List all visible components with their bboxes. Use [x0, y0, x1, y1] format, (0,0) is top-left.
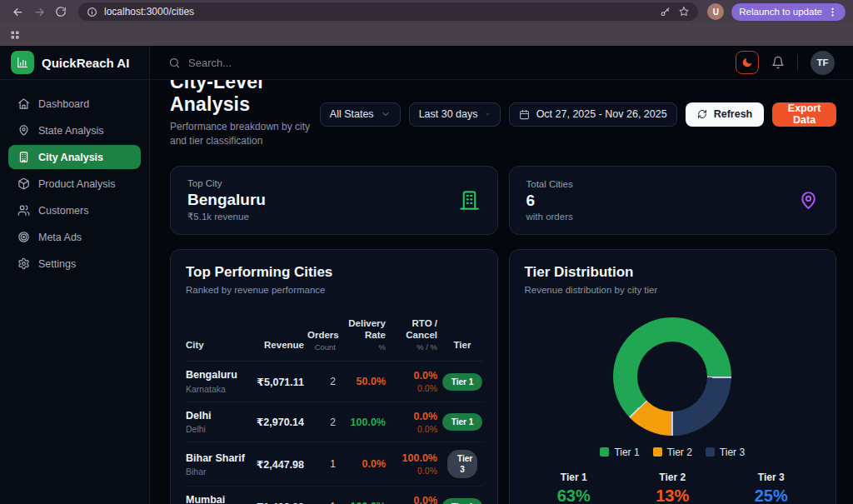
sidebar-item-dashboard[interactable]: Dashboard	[8, 92, 141, 116]
settings-icon	[17, 257, 30, 270]
tier-badge: Tier 1	[442, 413, 483, 431]
cancel-cell: 0.0%	[389, 466, 437, 476]
bookmarks-bar	[0, 23, 853, 46]
column-header: City	[186, 339, 247, 352]
url-text: localhost:3000/cities	[104, 6, 194, 17]
tier-stat: Tier 3 25% ₹3,919.43	[722, 472, 821, 504]
browser-toolbar: localhost:3000/cities U Relaunch to upda…	[0, 0, 853, 23]
legend-item: Tier 1	[600, 447, 639, 458]
table-body: Bengaluru Karnataka ₹5,071.11 2 50.0% 0.…	[186, 362, 482, 504]
refresh-icon	[697, 109, 707, 119]
page-title: City-Level Analysis	[170, 80, 320, 116]
orders-cell: 1	[307, 458, 336, 470]
search-input[interactable]	[188, 57, 330, 69]
chevron-down-icon	[381, 109, 391, 119]
column-header: Delivery Rate %	[339, 317, 386, 353]
panel-title: Tier Distribution	[525, 264, 821, 281]
notifications-bell-icon[interactable]	[771, 56, 785, 69]
revenue-cell: ₹2,447.98	[251, 458, 304, 471]
delivery-rate-cell: 100.0%	[339, 417, 386, 428]
date-picker-button[interactable]: Oct 27, 2025 - Nov 26, 2025	[509, 102, 677, 127]
meta-icon	[17, 231, 30, 243]
tier-badge: Tier 1	[442, 498, 483, 504]
total-cities-value: 6	[526, 192, 573, 210]
calendar-icon	[519, 109, 530, 120]
password-key-icon[interactable]	[660, 6, 671, 17]
card-sub: with orders	[526, 212, 573, 222]
revenue-cell: ₹5,071.11	[251, 376, 304, 388]
column-header: RTO / Cancel % / %	[389, 317, 437, 353]
city-state: Delhi	[186, 424, 247, 434]
sidebar-item-customers[interactable]: Customers	[8, 198, 141, 222]
sidebar-item-label: State Analysis	[38, 125, 104, 137]
state-icon	[17, 124, 30, 137]
sidebar: QuickReach AI Dashboard State Analysis C…	[0, 46, 150, 504]
browser-profile-avatar[interactable]: U	[707, 3, 724, 20]
chart-legend: Tier 1 Tier 2 Tier 3	[525, 447, 821, 458]
quickreach-logo-icon	[11, 51, 34, 74]
browser-forward-button[interactable]	[29, 2, 49, 21]
home-icon	[17, 97, 30, 110]
brand: QuickReach AI	[0, 46, 149, 80]
city-state: Karnataka	[186, 384, 247, 394]
browser-reload-button[interactable]	[51, 2, 71, 21]
top-city-value: Bengaluru	[187, 191, 266, 209]
site-info-icon[interactable]	[87, 7, 97, 17]
global-search[interactable]	[168, 57, 330, 69]
cancel-cell: 0.0%	[389, 383, 437, 393]
refresh-button[interactable]: Refresh	[686, 102, 765, 127]
table-row: Mumbai Maharashtra ₹1,482.29 1 100.0% 0.…	[186, 487, 482, 504]
browser-menu-dots-icon[interactable]	[827, 7, 838, 17]
column-header: Tier	[441, 339, 484, 352]
product-icon	[17, 177, 30, 190]
orders-cell: 1	[307, 501, 336, 504]
top-performing-cities-panel: Top Performing Cities Ranked by revenue …	[170, 249, 498, 504]
panel-subtitle: Revenue distribution by city tier	[525, 285, 821, 295]
relaunch-to-update-button[interactable]: Relaunch to update	[731, 3, 846, 21]
rto-cell: 0.0%	[389, 495, 437, 504]
legend-item: Tier 3	[706, 447, 745, 458]
orders-cell: 2	[307, 376, 336, 387]
delivery-rate-cell: 0.0%	[339, 458, 386, 470]
tier-badge: Tier 3	[447, 450, 477, 478]
date-range-select[interactable]: Last 30 days	[409, 102, 501, 127]
filter-bar: All States Last 30 days Oct 27, 2025 - N…	[320, 81, 836, 148]
browser-back-button[interactable]	[7, 2, 27, 21]
city-state: Bihar	[186, 467, 247, 477]
card-sub: ₹5.1k revenue	[187, 211, 266, 222]
table-row: Bengaluru Karnataka ₹5,071.11 2 50.0% 0.…	[186, 362, 482, 402]
export-data-button[interactable]: Export Data	[772, 102, 836, 127]
top-city-card: Top City Bengaluru ₹5.1k revenue	[170, 166, 498, 235]
sidebar-item-state-analysis[interactable]: State Analysis	[8, 118, 141, 142]
tier-donut-chart	[613, 317, 731, 436]
panel-title: Top Performing Cities	[186, 264, 482, 281]
customers-icon	[17, 204, 30, 217]
sidebar-item-meta-ads[interactable]: Meta Ads	[8, 225, 141, 249]
revenue-cell: ₹2,970.14	[251, 416, 304, 428]
theme-toggle-button[interactable]	[736, 51, 759, 74]
state-filter-select[interactable]: All States	[320, 102, 401, 127]
sidebar-item-label: Dashboard	[38, 98, 89, 110]
card-label: Total Cities	[526, 179, 573, 189]
tab-groups-grid-icon[interactable]	[10, 30, 20, 40]
table-row: Delhi Delhi ₹2,970.14 2 100.0% 0.0% 0.0%…	[186, 402, 482, 443]
bookmark-star-icon[interactable]	[678, 6, 690, 17]
sidebar-item-label: City Analysis	[38, 152, 103, 163]
sidebar-item-product-analysis[interactable]: Product Analysis	[8, 172, 141, 196]
table-header: City Revenue Orders Count Delivery Rate …	[186, 317, 482, 362]
brand-name: QuickReach AI	[42, 56, 129, 70]
sidebar-item-city-analysis[interactable]: City Analysis	[8, 145, 141, 169]
page-content: City-Level Analysis Performance breakdow…	[150, 80, 853, 504]
address-bar[interactable]: localhost:3000/cities	[78, 2, 698, 21]
sidebar-item-label: Customers	[38, 205, 88, 217]
city-name: Delhi	[186, 410, 247, 423]
topbar: TF	[150, 46, 853, 80]
rto-cell: 100.0%	[389, 452, 437, 464]
total-cities-card: Total Cities 6 with orders	[509, 166, 837, 235]
tier-badge: Tier 1	[442, 373, 483, 391]
page-subtitle: Performance breakdown by city and tier c…	[170, 120, 320, 148]
moon-icon	[741, 57, 753, 68]
sidebar-item-settings[interactable]: Settings	[8, 252, 141, 276]
user-avatar[interactable]: TF	[811, 51, 835, 75]
city-icon	[17, 151, 30, 163]
